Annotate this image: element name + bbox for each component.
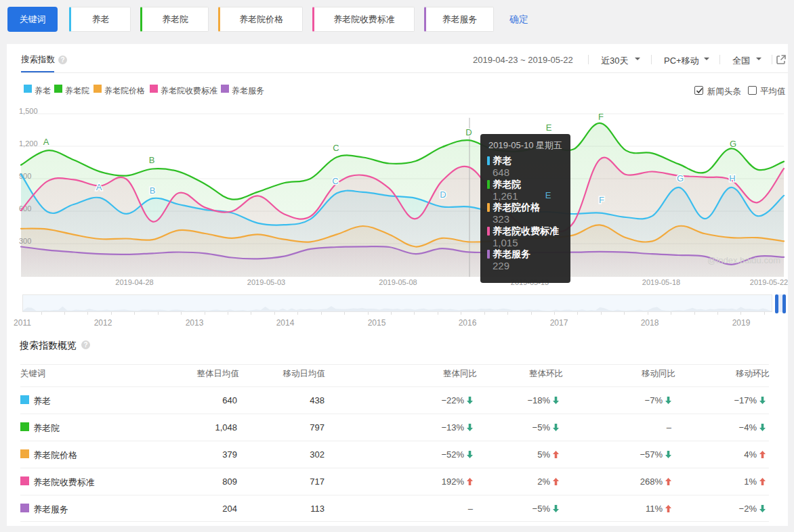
svg-text:F: F xyxy=(598,112,604,122)
svg-text:C: C xyxy=(333,143,339,153)
svg-text:D: D xyxy=(440,190,446,200)
svg-text:E: E xyxy=(546,123,552,133)
svg-text:E: E xyxy=(545,190,551,200)
svg-text:C: C xyxy=(332,176,338,186)
svg-text:H: H xyxy=(729,173,735,183)
svg-text:A: A xyxy=(96,182,102,192)
svg-text:D: D xyxy=(465,127,472,137)
svg-text:F: F xyxy=(599,195,604,205)
svg-text:G: G xyxy=(677,173,684,183)
svg-text:B: B xyxy=(150,185,156,196)
svg-text:A: A xyxy=(43,137,49,147)
svg-text:G: G xyxy=(730,139,736,149)
svg-text:B: B xyxy=(149,155,155,165)
